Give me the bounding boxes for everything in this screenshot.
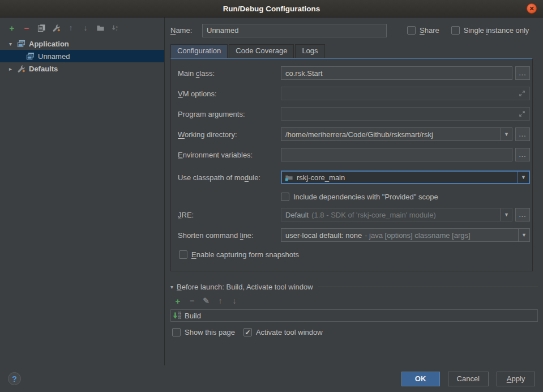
show-this-page-checkbox[interactable]: Show this page	[172, 328, 235, 336]
configurations-tree: ▾ Application	[0, 37, 164, 75]
use-classpath-label: Use classpath of module:	[178, 173, 281, 182]
use-classpath-combobox[interactable]: rskj-core_main ▼	[281, 171, 530, 184]
name-label: Name:	[170, 26, 202, 35]
environment-variables-input[interactable]	[281, 148, 512, 161]
sort-az-icon: a z	[111, 24, 119, 32]
tree-node-application[interactable]: ▾ Application	[0, 37, 164, 50]
activate-tool-window-checkbox[interactable]: ✓ Activate tool window	[243, 328, 323, 336]
close-button[interactable]: ✕	[527, 3, 537, 14]
main-class-browse-button[interactable]: ...	[515, 66, 530, 80]
configuration-tab-panel: Main class: co.rsk.Start ... VM options:	[170, 58, 533, 271]
checkbox-unchecked[interactable]	[281, 193, 289, 201]
add-task-button[interactable]: +	[173, 296, 182, 305]
chevron-down-icon[interactable]: ▾	[170, 284, 173, 290]
edit-task-button[interactable]: ✎	[202, 296, 211, 305]
before-launch-header[interactable]: ▾ Before launch: Build, Activate tool wi…	[170, 283, 538, 291]
copy-icon	[37, 24, 46, 32]
show-this-page-label: Show this page	[185, 328, 235, 336]
environment-variables-browse-button[interactable]: ...	[515, 148, 530, 161]
checkbox-unchecked[interactable]	[451, 26, 460, 35]
before-launch-toolbar: + − ✎ ↑ ↓	[170, 291, 538, 309]
section-divider	[318, 287, 538, 287]
use-classpath-row: Use classpath of module: rskj-core_main …	[178, 170, 530, 185]
include-dependencies-checkbox[interactable]: Include dependencies with "Provided" sco…	[281, 190, 530, 203]
checkbox-unchecked[interactable]	[407, 26, 416, 35]
checkbox-unchecked[interactable]	[172, 328, 181, 336]
checkbox-checked[interactable]: ✓	[243, 328, 252, 336]
create-folder-button[interactable]	[96, 23, 105, 32]
expand-field-button[interactable]	[519, 110, 525, 117]
titlebar[interactable]: Run/Debug Configurations ✕	[0, 0, 543, 18]
single-instance-checkbox[interactable]: Single instance only	[451, 26, 529, 35]
dialog-footer: ? OK Cancel Apply	[0, 365, 543, 392]
tree-node-defaults[interactable]: ▸ Defaults	[0, 62, 164, 75]
ok-button[interactable]: OK	[401, 372, 440, 386]
working-directory-combobox[interactable]: /home/meriherrera/Code/Github/rsksmart/r…	[281, 127, 512, 141]
tree-label-unnamed: Unnamed	[38, 52, 70, 61]
dropdown-arrow-icon[interactable]: ▼	[518, 229, 529, 241]
wrench-icon	[52, 24, 61, 32]
jre-row: JRE: Default (1.8 - SDK of 'rskj-core_ma…	[178, 207, 530, 222]
shorten-command-line-label: Shorten command line:	[178, 231, 281, 240]
folder-icon	[96, 24, 105, 32]
share-checkbox[interactable]: Share	[407, 26, 439, 35]
tree-label-application: Application	[29, 40, 69, 48]
edit-defaults-button[interactable]	[52, 23, 61, 32]
name-input[interactable]: Unnamed	[202, 24, 387, 37]
dropdown-arrow-icon[interactable]: ▼	[501, 128, 512, 140]
move-down-button[interactable]: ↓	[81, 23, 90, 32]
plus-icon: +	[176, 297, 181, 305]
dialog-title: Run/Debug Configurations	[223, 5, 320, 13]
vm-options-label: VM options:	[178, 90, 281, 98]
vm-options-input[interactable]	[281, 87, 530, 100]
expand-field-button[interactable]	[519, 90, 525, 97]
sort-configurations-button[interactable]: a z	[110, 23, 119, 32]
program-arguments-input[interactable]	[281, 107, 530, 121]
dropdown-arrow-icon[interactable]: ▼	[518, 172, 529, 183]
working-directory-browse-button[interactable]: ...	[515, 127, 530, 141]
tree-node-unnamed[interactable]: Unnamed	[0, 50, 164, 62]
chevron-right-icon[interactable]: ▸	[9, 66, 17, 72]
add-configuration-button[interactable]: +	[7, 23, 16, 32]
jre-browse-button[interactable]: ...	[515, 208, 530, 221]
main-class-label: Main class:	[178, 69, 281, 78]
program-arguments-label: Program arguments:	[178, 110, 281, 118]
expand-icon	[519, 110, 525, 117]
program-arguments-row: Program arguments:	[178, 106, 530, 121]
tab-configuration[interactable]: Configuration	[170, 44, 228, 58]
main-class-input[interactable]: co.rsk.Start	[281, 66, 512, 80]
dropdown-arrow-icon[interactable]: ▼	[501, 208, 512, 221]
shorten-command-line-combobox[interactable]: user-local default: none - java [options…	[281, 228, 530, 242]
arrow-down-icon: ↓	[233, 297, 237, 305]
footer-buttons: OK Cancel Apply	[394, 372, 535, 386]
move-task-down-button[interactable]: ↓	[230, 296, 239, 305]
remove-configuration-button[interactable]: −	[22, 23, 31, 32]
expand-icon	[519, 90, 525, 97]
before-launch-section: ▾ Before launch: Build, Activate tool wi…	[170, 283, 538, 336]
chevron-down-icon[interactable]: ▾	[9, 41, 17, 47]
build-task-label: Build	[185, 312, 201, 320]
jre-combobox[interactable]: Default (1.8 - SDK of 'rskj-core_main' m…	[281, 208, 512, 221]
arrow-up-icon: ↑	[219, 297, 223, 305]
copy-configuration-button[interactable]	[37, 23, 46, 32]
run-debug-configurations-dialog: Run/Debug Configurations ✕ + −	[0, 0, 543, 392]
remove-task-button[interactable]: −	[187, 296, 196, 305]
help-button[interactable]: ?	[8, 372, 21, 385]
checkbox-unchecked[interactable]	[179, 250, 187, 259]
activate-tool-window-label: Activate tool window	[256, 328, 323, 336]
tab-code-coverage[interactable]: Code Coverage	[229, 44, 294, 58]
enable-capturing-checkbox[interactable]: Enable capturing form snapshots	[178, 248, 530, 261]
plus-icon: +	[10, 24, 15, 32]
arrow-up-icon: ↑	[69, 24, 73, 32]
apply-button[interactable]: Apply	[497, 372, 535, 386]
before-launch-task-build[interactable]: 01 10 01 Build	[170, 309, 538, 322]
minus-icon: −	[24, 24, 29, 32]
wrench-icon	[17, 65, 25, 73]
move-task-up-button[interactable]: ↑	[216, 296, 225, 305]
svg-text:z: z	[116, 28, 117, 32]
share-label: Share	[420, 26, 439, 35]
cancel-button[interactable]: Cancel	[448, 372, 489, 386]
tab-logs[interactable]: Logs	[295, 44, 324, 58]
move-up-button[interactable]: ↑	[66, 23, 75, 32]
application-icon	[17, 40, 25, 48]
